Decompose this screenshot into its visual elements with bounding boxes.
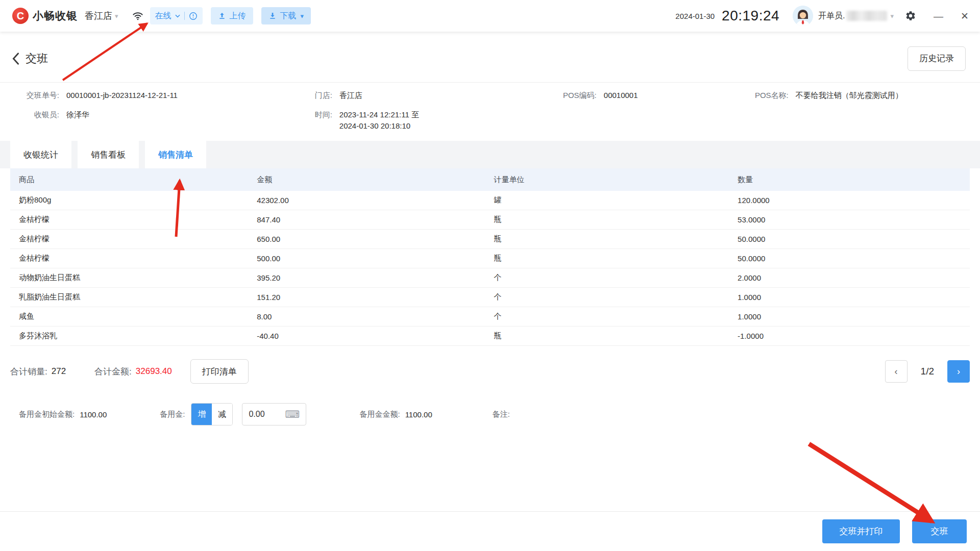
page-indicator: 1/2	[921, 366, 934, 377]
total-qty-label: 合计销量:	[10, 366, 47, 378]
field-pos-code: POS编码: 00010001	[548, 90, 740, 101]
cell-product: 金桔柠檬	[10, 215, 248, 224]
table-row: 奶粉800g 42302.00 罐 120.0000	[10, 191, 970, 210]
cell-qty: 1.0000	[729, 293, 970, 302]
table-row: 金桔柠檬 500.00 瓶 50.0000	[10, 249, 970, 268]
table-row: 金桔柠檬 847.40 瓶 53.0000	[10, 210, 970, 230]
chevron-left-icon	[11, 52, 20, 65]
table-row: 金桔柠檬 650.00 瓶 50.0000	[10, 230, 970, 249]
current-date: 2024-01-30	[675, 12, 715, 20]
next-page-button[interactable]: ›	[947, 360, 970, 383]
reserve-amount-input[interactable]	[249, 410, 284, 419]
decrease-toggle[interactable]: 减	[212, 404, 232, 425]
tab-sales-list[interactable]: 销售清单	[145, 141, 206, 168]
prev-page-button[interactable]: ‹	[885, 360, 908, 383]
tab-sales-board[interactable]: 销售看板	[78, 141, 139, 168]
chevron-down-icon: ▾	[301, 12, 304, 20]
table-row: 乳脂奶油生日蛋糕 151.20 个 1.0000	[10, 288, 970, 307]
store-name: 香江店	[85, 10, 112, 22]
avatar[interactable]	[793, 6, 813, 26]
field-label: POS编码:	[548, 90, 597, 101]
handover-info: 交班单号: 00010001-jb-20231124-12-21-11 门店: …	[0, 83, 980, 141]
upload-icon	[218, 12, 226, 20]
cell-unit: 瓶	[485, 331, 729, 341]
handover-button[interactable]: 交班	[912, 519, 967, 543]
page-title: 交班	[26, 51, 48, 66]
online-status[interactable]: 在线	[150, 7, 203, 24]
field-value: 2023-11-24 12:21:11 至 2024-01-30 20:18:1…	[339, 109, 434, 132]
download-label: 下载	[280, 11, 297, 21]
divider	[184, 12, 185, 20]
cell-amount: -40.40	[248, 332, 485, 340]
tab-cashier-stats[interactable]: 收银统计	[10, 141, 71, 168]
field-label: 门店:	[308, 90, 332, 101]
increase-toggle[interactable]: 增	[191, 404, 212, 425]
field-value: 00010001-jb-20231124-12-21-11	[66, 90, 180, 101]
user-menu[interactable]: 开单员. ▾	[818, 11, 894, 21]
user-role-label: 开单员.	[818, 11, 845, 21]
footer-actions: 交班并打印 交班	[0, 511, 980, 551]
handover-and-print-button[interactable]: 交班并打印	[822, 519, 900, 543]
store-selector[interactable]: 香江店 ▾	[85, 10, 118, 22]
cell-product: 多芬沐浴乳	[10, 331, 248, 341]
chevron-down-icon: ▾	[115, 12, 118, 20]
chevron-down-icon	[174, 12, 181, 19]
minimize-button[interactable]: —	[934, 11, 943, 21]
tabs: 收银统计 销售看板 销售清单	[0, 141, 980, 168]
cell-qty: 53.0000	[729, 215, 970, 224]
cell-unit: 个	[485, 292, 729, 302]
settings-gear-icon[interactable]	[905, 10, 916, 21]
col-header-qty: 数量	[729, 175, 970, 185]
cell-amount: 151.20	[248, 293, 485, 302]
cell-qty: -1.0000	[729, 332, 970, 340]
reserve-initial-value: 1100.00	[80, 410, 107, 419]
close-button[interactable]: ✕	[961, 11, 969, 21]
cell-amount: 847.40	[248, 215, 485, 224]
table-header: 商品 金额 计量单位 数量	[10, 168, 970, 191]
cell-product: 咸鱼	[10, 312, 248, 321]
keyboard-icon[interactable]: ⌨	[285, 409, 300, 419]
col-header-product: 商品	[10, 175, 248, 185]
total-amount-label: 合计金额:	[94, 366, 132, 378]
field-label: 交班单号:	[10, 90, 59, 101]
cell-unit: 罐	[485, 195, 729, 205]
field-value: 不要给我注销（邹光霞测试用）	[796, 90, 903, 101]
col-header-unit: 计量单位	[485, 175, 729, 185]
print-list-button[interactable]: 打印清单	[190, 359, 249, 384]
chevron-down-icon: ▾	[891, 12, 894, 20]
cell-unit: 瓶	[485, 254, 729, 263]
field-time: 时间: 2023-11-24 12:21:11 至 2024-01-30 20:…	[308, 109, 548, 132]
back-button[interactable]: 交班	[11, 51, 48, 66]
cell-unit: 个	[485, 273, 729, 283]
user-name-redacted	[846, 11, 887, 21]
cell-qty: 1.0000	[729, 312, 970, 321]
field-cashier: 收银员: 徐泽华	[10, 109, 308, 132]
cell-qty: 50.0000	[729, 254, 970, 263]
cell-amount: 500.00	[248, 254, 485, 263]
cell-amount: 650.00	[248, 235, 485, 243]
cell-amount: 42302.00	[248, 196, 485, 205]
wifi-icon	[132, 10, 144, 21]
reserve-amount-input-wrap: ⌨	[242, 403, 306, 425]
cell-amount: 8.00	[248, 312, 485, 321]
history-button[interactable]: 历史记录	[908, 46, 966, 71]
cell-product: 动物奶油生日蛋糕	[10, 273, 248, 283]
upload-label: 上传	[230, 11, 246, 21]
page-header: 交班 历史记录	[0, 32, 980, 83]
cell-product: 金桔柠檬	[10, 254, 248, 263]
cell-qty: 120.0000	[729, 196, 970, 205]
field-value: 00010001	[604, 90, 638, 101]
reserve-initial-label: 备用金初始金额:	[19, 410, 75, 419]
current-time: 20:19:24	[722, 8, 779, 24]
field-store: 门店: 香江店	[308, 90, 548, 101]
cell-product: 乳脂奶油生日蛋糕	[10, 292, 248, 302]
download-button[interactable]: 下载 ▾	[261, 7, 311, 24]
reserve-fund-bar: 备用金初始金额: 1100.00 备用金: 增 减 ⌨ 备用金金额: 1100.…	[0, 403, 980, 425]
cell-unit: 瓶	[485, 215, 729, 224]
cell-qty: 2.0000	[729, 273, 970, 282]
upload-button[interactable]: 上传	[211, 7, 253, 24]
total-amount-value: 32693.40	[136, 366, 172, 377]
remark-label: 备注:	[493, 410, 510, 419]
table-row: 动物奶油生日蛋糕 395.20 个 2.0000	[10, 268, 970, 288]
table-row: 多芬沐浴乳 -40.40 瓶 -1.0000	[10, 327, 970, 346]
